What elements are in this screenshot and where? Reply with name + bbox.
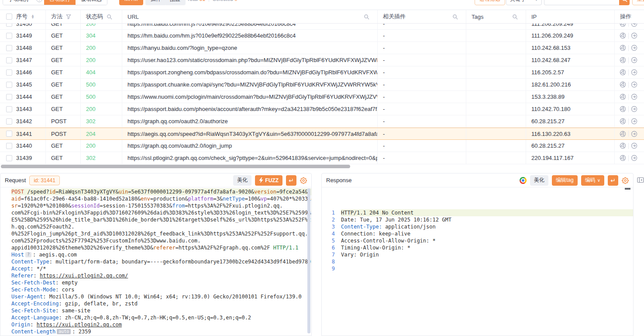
search-box <box>544 0 630 5</box>
row-checkbox[interactable] <box>6 143 12 149</box>
beautify-button[interactable]: 美化 <box>233 175 251 186</box>
table-row[interactable]: 31443 GET 200 https://passport.baidu.com… <box>0 103 644 115</box>
request-line: Content-Type: multipart/form-data; bound… <box>11 258 311 265</box>
open-in-browser-icon[interactable] <box>617 32 628 39</box>
send-to-icon[interactable] <box>629 106 640 112</box>
open-in-browser-icon[interactable] <box>617 118 628 125</box>
table-row[interactable]: 31449 GET 304 https://hm.baidu.com/hm.js… <box>0 30 644 42</box>
encode-dropdown-button[interactable]: 编码∨ <box>581 175 604 186</box>
response-line: 9 <box>322 265 633 272</box>
response-line: 5Access-Control-Allow-Origin: * <box>322 237 633 244</box>
keyword-select[interactable]: 关键字∨ <box>506 0 542 5</box>
open-in-browser-icon[interactable] <box>617 81 628 88</box>
collapse-panel-icon[interactable] <box>637 177 644 336</box>
search-icon[interactable] <box>452 14 458 20</box>
response-line: 3Content-Type: application/json <box>322 223 633 230</box>
search-icon[interactable] <box>364 14 369 20</box>
send-to-icon[interactable] <box>629 81 640 88</box>
process-filter-button[interactable]: 进程筛选 <box>475 0 505 5</box>
row-checkbox[interactable] <box>6 118 12 125</box>
send-to-icon[interactable] <box>629 32 640 39</box>
help-icon[interactable]: ? <box>34 0 44 5</box>
line-number: 6 <box>322 244 341 251</box>
open-in-browser-icon[interactable] <box>617 131 628 137</box>
request-line: h.qq.com%252Foauth2. <box>11 223 311 230</box>
request-line: sr=1920%20*%201080&sessionId=session-175… <box>11 202 311 209</box>
search-icon[interactable] <box>512 14 518 20</box>
send-to-icon[interactable] <box>629 155 640 161</box>
http-flow-table: 序号 ▲▼ 方法 状态码 URL 相关插件 Tags IP 操作 31450 G… <box>0 10 644 168</box>
send-to-icon[interactable] <box>629 69 640 76</box>
col-actions: 操作 <box>620 13 631 21</box>
open-in-browser-icon[interactable] <box>617 45 628 51</box>
search-input[interactable] <box>544 0 619 5</box>
response-editor[interactable]: 1HTTP/1.1 204 No Content2Date: Tue, 17 J… <box>322 187 633 336</box>
row-checkbox[interactable] <box>6 131 12 137</box>
table-row[interactable]: 31445 GET 500 https://passport.chuanke.c… <box>0 79 644 91</box>
open-in-browser-icon[interactable] <box>617 57 628 63</box>
select-all-checkbox[interactable] <box>6 14 12 20</box>
request-editor[interactable]: POST /speed?id=RiaWqsnT3403yXTgVY&uin=5e… <box>0 187 311 336</box>
open-in-browser-icon[interactable] <box>617 142 628 149</box>
tab-mitm[interactable]: MITM <box>119 0 143 5</box>
reset-button[interactable]: 重置 <box>632 0 644 5</box>
newline-toggle-button[interactable]: ↵ <box>608 175 618 186</box>
manual-hijack-button[interactable]: 手动劫持 <box>3 0 34 5</box>
chrome-icon[interactable] <box>520 177 527 184</box>
horizontal-scrollbar[interactable] <box>0 165 644 168</box>
send-to-icon[interactable] <box>629 118 640 125</box>
open-in-browser-icon[interactable] <box>617 69 628 76</box>
passive-log-button[interactable]: 被动日志 <box>76 0 107 5</box>
tab-config[interactable]: 配置 <box>165 0 186 5</box>
request-line: User-Agent: Mozilla/5.0 (Windows NT 10.0… <box>11 293 311 300</box>
row-checkbox[interactable] <box>6 24 12 27</box>
request-editor-scrollbar[interactable] <box>307 188 310 333</box>
open-in-browser-icon[interactable] <box>617 155 628 161</box>
filter-icon[interactable] <box>66 14 71 19</box>
settings-gear-icon[interactable] <box>622 177 629 184</box>
send-to-icon[interactable] <box>629 142 640 149</box>
open-in-browser-icon[interactable] <box>617 94 628 100</box>
settings-gear-icon[interactable] <box>300 177 307 184</box>
fuzz-button[interactable]: FUZZ <box>255 175 282 186</box>
line-number: 8 <box>322 258 341 265</box>
table-row[interactable]: 31447 GET 200 https://user.hao123.com/st… <box>0 54 644 66</box>
row-checkbox[interactable] <box>6 45 12 51</box>
table-row[interactable]: 31446 GET 404 https://passport.zongheng.… <box>0 66 644 79</box>
table-row[interactable]: 31444 GET 500 https://www.nuomi.com/pclo… <box>0 91 644 103</box>
send-to-icon[interactable] <box>629 45 640 51</box>
auto-pass-button[interactable]: 自动放行 <box>44 0 76 5</box>
row-checkbox[interactable] <box>6 155 12 161</box>
newline-toggle-button[interactable]: ↵ <box>286 175 296 186</box>
row-checkbox[interactable] <box>6 94 12 100</box>
table-row[interactable]: 31442 POST 302 https://graph.qq.com/oaut… <box>0 115 644 128</box>
send-to-icon[interactable] <box>629 24 640 27</box>
send-to-icon[interactable] <box>629 94 640 100</box>
table-row[interactable]: 31448 GET 200 https://hanyu.baidu.com/?l… <box>0 42 644 54</box>
hijack-mode-group: 手动劫持 ? 自动放行 被动日志 <box>3 0 107 5</box>
request-panel: Request id: 31441 美化 FUZZ ↵ POST /speed?… <box>0 173 312 336</box>
edit-tag-button[interactable]: 编辑tag <box>552 175 578 186</box>
tab-plugins[interactable]: 插件 <box>145 0 166 5</box>
sort-icon[interactable]: ▲▼ <box>31 14 34 19</box>
request-line: aid=f61ac0fc-29e6-4a54-ba88-1410ed52a180… <box>11 195 311 202</box>
row-checkbox[interactable] <box>6 69 12 76</box>
line-number: 3 <box>322 223 341 230</box>
col-ip: IP <box>531 14 537 20</box>
send-to-icon[interactable] <box>629 131 640 137</box>
request-line: com%2Fcgi-bin%2Fxlogin%3Fappid%3D7160276… <box>11 209 311 216</box>
table-row[interactable]: 31439 GET 302 https://ssl.ptlogin2.graph… <box>0 152 644 164</box>
row-checkbox[interactable] <box>6 106 12 112</box>
row-checkbox[interactable] <box>6 57 12 63</box>
send-to-icon[interactable] <box>629 57 640 63</box>
search-button[interactable] <box>619 0 630 5</box>
search-icon[interactable] <box>107 14 112 20</box>
table-row[interactable]: 31441 POST 204 https://aegis.qq.com/spee… <box>0 128 644 140</box>
open-in-browser-icon[interactable] <box>617 24 628 27</box>
row-checkbox[interactable] <box>6 33 12 39</box>
open-in-browser-icon[interactable] <box>617 106 628 112</box>
row-checkbox[interactable] <box>6 82 12 88</box>
table-row[interactable]: 31450 GET 200 https://hm.baidu.com/hm.js… <box>0 24 644 30</box>
beautify-button[interactable]: 美化 <box>530 175 548 186</box>
table-row[interactable]: 31440 GET 200 https://graph.qq.com/oauth… <box>0 140 644 152</box>
